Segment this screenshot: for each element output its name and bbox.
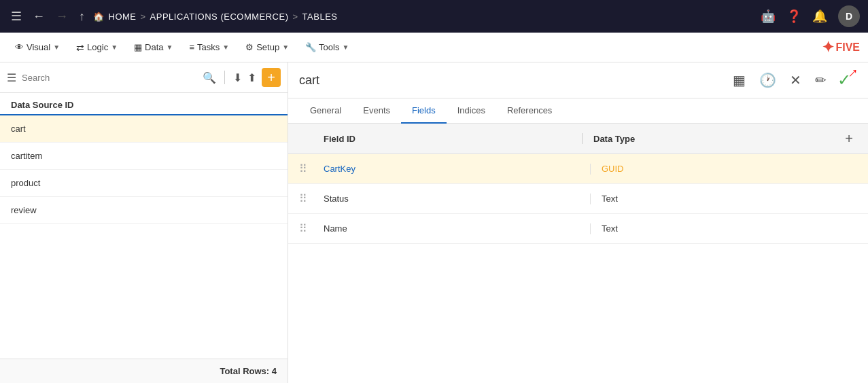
drag-handle-icon: ⠿ xyxy=(299,222,324,235)
table-row[interactable]: ⠿ Name Text xyxy=(288,214,868,244)
tasks-label: Tasks xyxy=(197,42,220,52)
sidebar-item-product[interactable]: product xyxy=(0,170,288,197)
tools-icon: 🔧 xyxy=(305,42,316,52)
table-row[interactable]: ⠿ CartKey GUID xyxy=(288,154,868,184)
content-header: cart ▦ 🕐 ✕ ✏ ✓ ↑ xyxy=(288,62,868,98)
table-header: Field ID Data Type + xyxy=(288,124,868,154)
setup-icon: ⚙ xyxy=(245,42,254,52)
search-icon[interactable]: 🔍 xyxy=(203,71,216,84)
tabs: General Events Fields Indices References xyxy=(288,98,868,124)
sidebar-item-review[interactable]: review xyxy=(0,197,288,224)
tab-fields[interactable]: Fields xyxy=(401,98,447,124)
back-icon[interactable]: ← xyxy=(30,7,48,26)
top-nav-right: 🤖 ❓ 🔔 D xyxy=(761,5,860,27)
field-id-status: Status xyxy=(324,194,579,204)
bell-icon[interactable]: 🔔 xyxy=(812,9,827,24)
history-icon[interactable]: 🕐 xyxy=(757,69,779,91)
help-icon[interactable]: ❓ xyxy=(786,9,801,24)
tasks-icon: ≡ xyxy=(189,42,194,52)
breadcrumb-home[interactable]: HOME xyxy=(109,12,137,22)
add-column-button[interactable]: + xyxy=(841,130,857,147)
row-divider xyxy=(590,164,591,175)
data-table: Field ID Data Type + ⠿ CartKey GUID ⠿ St… xyxy=(288,124,868,383)
toolbar-tools[interactable]: 🔧 Tools ▼ xyxy=(298,38,355,56)
five-logo: ✦ FIVE xyxy=(822,39,860,56)
toolbar-visual[interactable]: 👁 Visual ▼ xyxy=(8,38,67,56)
main: ☰ 🔍 ⬇ ⬆ + Data Source ID cart cartitem p… xyxy=(0,62,868,383)
download-icon[interactable]: ⬇ xyxy=(233,71,242,84)
data-arrow: ▼ xyxy=(167,43,173,51)
visual-label: Visual xyxy=(27,42,50,52)
tools-label: Tools xyxy=(319,42,339,52)
visual-icon: 👁 xyxy=(15,42,24,52)
data-label: Data xyxy=(145,42,163,52)
sidebar-search-bar: ☰ 🔍 ⬇ ⬆ + xyxy=(0,62,288,93)
field-type-text2: Text xyxy=(602,223,857,234)
avatar[interactable]: D xyxy=(838,5,860,27)
logic-arrow: ▼ xyxy=(111,43,118,51)
sidebar-item-cart[interactable]: cart xyxy=(0,115,288,143)
breadcrumb-sep1: > xyxy=(141,12,146,22)
sidebar: ☰ 🔍 ⬇ ⬆ + Data Source ID cart cartitem p… xyxy=(0,62,288,383)
setup-label: Setup xyxy=(256,42,279,52)
close-icon[interactable]: ✕ xyxy=(787,69,804,91)
sidebar-header: Data Source ID xyxy=(0,93,288,115)
tab-indices[interactable]: Indices xyxy=(447,98,496,124)
field-id-cartkey: CartKey xyxy=(324,164,579,174)
upload-icon[interactable]: ⬆ xyxy=(247,71,256,84)
field-id-name: Name xyxy=(324,223,579,234)
visual-arrow: ▼ xyxy=(53,43,60,51)
header-data-type: Data Type xyxy=(593,134,841,144)
tab-general[interactable]: General xyxy=(299,98,352,124)
tasks-arrow: ▼ xyxy=(222,43,229,51)
search-divider xyxy=(224,71,225,84)
content-area: cart ▦ 🕐 ✕ ✏ ✓ ↑ General Events Fields I… xyxy=(288,62,868,383)
tab-events[interactable]: Events xyxy=(352,98,401,124)
row-divider xyxy=(590,223,591,234)
toolbar-tasks[interactable]: ≡ Tasks ▼ xyxy=(182,38,236,56)
content-title: cart xyxy=(299,73,725,88)
table-row[interactable]: ⠿ Status Text xyxy=(288,184,868,214)
header-divider xyxy=(582,133,583,144)
breadcrumb: 🏠 HOME > APPLICATIONS (ECOMMERCE) > TABL… xyxy=(93,12,755,22)
edit-icon[interactable]: ✏ xyxy=(812,69,829,91)
breadcrumb-sep2: > xyxy=(292,12,298,22)
search-input[interactable] xyxy=(22,73,197,83)
content-actions: ▦ 🕐 ✕ ✏ ✓ xyxy=(730,69,851,91)
forward-icon[interactable]: → xyxy=(53,7,71,26)
field-type-text: Text xyxy=(602,194,857,204)
sidebar-item-cartitem[interactable]: cartitem xyxy=(0,143,288,170)
table-view-icon[interactable]: ▦ xyxy=(730,69,748,91)
toolbar-setup[interactable]: ⚙ Setup ▼ xyxy=(239,38,296,56)
drag-handle-icon: ⠿ xyxy=(299,162,324,175)
data-icon: ▦ xyxy=(134,42,142,52)
row-divider xyxy=(590,194,591,204)
home-icon: 🏠 xyxy=(93,12,105,22)
sidebar-footer: Total Rows: 4 xyxy=(0,359,288,383)
setup-arrow: ▼ xyxy=(282,43,289,51)
tools-arrow: ▼ xyxy=(342,43,349,51)
logic-icon: ⇄ xyxy=(76,42,84,53)
toolbar-data[interactable]: ▦ Data ▼ xyxy=(127,38,179,56)
breadcrumb-page[interactable]: TABLES xyxy=(302,12,338,22)
up-icon[interactable]: ↑ xyxy=(76,7,88,26)
field-type-guid: GUID xyxy=(602,164,857,174)
tab-references[interactable]: References xyxy=(496,98,563,124)
toolbar: 👁 Visual ▼ ⇄ Logic ▼ ▦ Data ▼ ≡ Tasks ▼ … xyxy=(0,33,868,62)
add-button[interactable]: + xyxy=(262,68,281,87)
robot-icon[interactable]: 🤖 xyxy=(761,9,776,24)
logic-label: Logic xyxy=(87,42,108,52)
toolbar-logic[interactable]: ⇄ Logic ▼ xyxy=(69,38,124,57)
breadcrumb-app[interactable]: APPLICATIONS (ECOMMERCE) xyxy=(150,12,289,22)
filter-icon: ☰ xyxy=(7,71,16,84)
arrow-indicator: ↑ xyxy=(844,64,862,81)
top-nav: ☰ ← → ↑ 🏠 HOME > APPLICATIONS (ECOMMERCE… xyxy=(0,0,868,33)
header-field-id: Field ID xyxy=(324,134,571,144)
hamburger-icon[interactable]: ☰ xyxy=(8,6,24,26)
drag-handle-icon: ⠿ xyxy=(299,192,324,205)
